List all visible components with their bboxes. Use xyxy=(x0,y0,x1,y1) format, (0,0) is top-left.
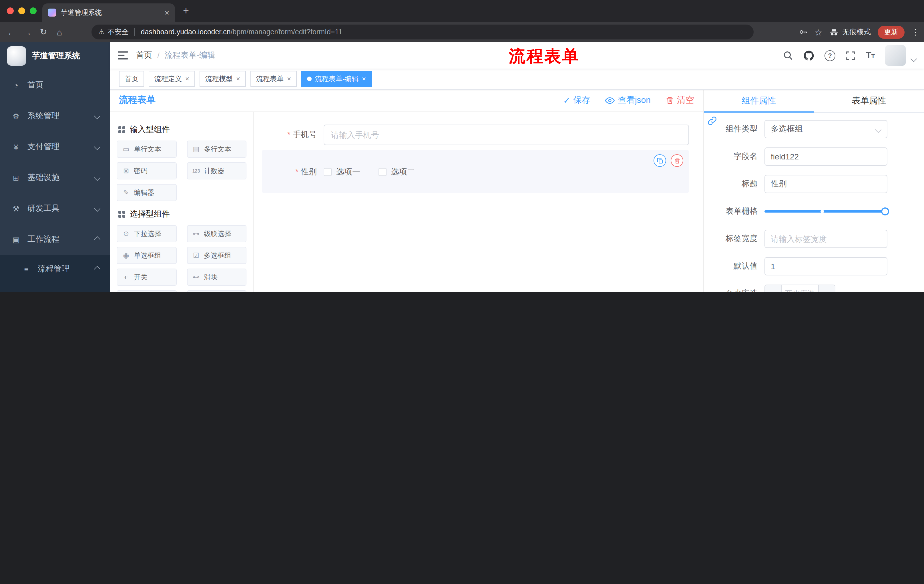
palette-item-switch[interactable]: ◐开关 xyxy=(117,268,177,286)
sidebar-item-infrastructure[interactable]: ⊞ 基础设施 xyxy=(0,162,110,193)
sidebar-item-devtools[interactable]: ⚒ 研发工具 xyxy=(0,193,110,224)
browser-window: + 芋道管理系统 × ← → ↻ ⌂ ⚠ 不安全 dashboard.yudao… xyxy=(0,0,924,292)
sidebar-item-payment[interactable]: ¥ 支付管理 xyxy=(0,132,110,162)
zoom-window-button[interactable] xyxy=(30,7,36,14)
palette-item-select[interactable]: ⊙下拉选择 xyxy=(117,225,177,242)
user-avatar[interactable] xyxy=(885,45,906,66)
browser-tab[interactable]: 芋道管理系统 × xyxy=(42,3,175,22)
back-icon[interactable]: ← xyxy=(3,27,20,37)
form-grid-slider[interactable] xyxy=(764,202,888,220)
close-window-button[interactable] xyxy=(7,7,14,14)
phone-field-row[interactable]: 手机号 xyxy=(262,125,689,145)
collapse-sidebar-button[interactable] xyxy=(110,51,136,60)
sidebar-item-workflow[interactable]: ▣ 工作流程 xyxy=(0,224,110,255)
password-key-icon[interactable] xyxy=(799,28,808,36)
prop-label: 组件类型 xyxy=(710,124,757,134)
minimize-window-button[interactable] xyxy=(18,7,25,14)
font-size-icon[interactable]: TT xyxy=(866,50,875,61)
fullscreen-icon[interactable] xyxy=(846,51,855,60)
red-annotation-text: 流程表单 xyxy=(509,45,580,68)
default-value-input[interactable] xyxy=(764,257,888,275)
increase-button[interactable]: + xyxy=(818,285,835,292)
checkbox-label: 选项一 xyxy=(336,167,360,177)
close-tag-icon[interactable]: × xyxy=(185,75,189,83)
breadcrumb: 首页 / 流程表单-编辑 xyxy=(136,50,215,61)
close-tab-icon[interactable]: × xyxy=(165,8,169,16)
home-icon[interactable]: ⌂ xyxy=(51,27,68,37)
selected-component-gender[interactable]: 性别 选项一 选项二 xyxy=(262,150,689,193)
github-icon[interactable] xyxy=(804,50,814,61)
bookmark-star-icon[interactable]: ☆ xyxy=(815,28,822,36)
palette-item-slider[interactable]: ⊷滑块 xyxy=(187,268,246,286)
component-palette: 输入型组件 ▭单行文本 ▤多行文本 ⊠密码 123计数器 ✎编辑器 选择型组件 … xyxy=(110,112,254,292)
palette-item-label: 下拉选择 xyxy=(134,229,161,239)
save-button[interactable]: ✓ 保存 xyxy=(563,95,591,106)
view-json-label: 查看json xyxy=(618,95,651,106)
tag-process-definition[interactable]: 流程定义 × xyxy=(148,71,195,87)
not-secure-warning-icon: ⚠ xyxy=(98,28,105,36)
new-tab-button[interactable]: + xyxy=(183,6,189,16)
tab-component-props[interactable]: 组件属性 xyxy=(704,89,814,112)
browser-update-button[interactable]: 更新 xyxy=(878,25,904,39)
prop-title-row: 标题 xyxy=(710,175,888,193)
tag-home[interactable]: 首页 xyxy=(119,71,144,87)
close-tag-icon[interactable]: × xyxy=(287,75,291,83)
app-navbar: 首页 / 流程表单-编辑 流程表单 ? TT xyxy=(110,42,924,69)
sidebar-item-label: 流程管理 xyxy=(38,264,70,274)
decrease-button[interactable]: − xyxy=(765,285,782,292)
sidebar-logo[interactable]: 芋道管理系统 xyxy=(0,42,110,70)
slider-handle[interactable] xyxy=(881,207,889,216)
editor-header: 流程表单 ✓ 保存 查看json 清空 xyxy=(110,89,703,112)
palette-group-input: 输入型组件 xyxy=(118,125,246,135)
title-input[interactable] xyxy=(764,175,888,193)
search-icon[interactable] xyxy=(783,50,793,61)
delete-component-button[interactable] xyxy=(671,154,683,167)
close-tag-icon[interactable]: × xyxy=(236,75,240,83)
palette-item-label: 计数器 xyxy=(204,166,224,176)
tag-process-form[interactable]: 流程表单 × xyxy=(251,71,297,87)
copy-component-button[interactable] xyxy=(653,154,666,167)
close-tag-icon[interactable]: × xyxy=(362,75,366,83)
palette-item-single-text[interactable]: ▭单行文本 xyxy=(117,141,177,158)
address-bar[interactable]: ⚠ 不安全 dashboard.yudao.iocoder.cn/bpm/man… xyxy=(91,25,754,39)
palette-item-editor[interactable]: ✎编辑器 xyxy=(117,184,177,201)
palette-item-checkbox-group[interactable]: ☑多选框组 xyxy=(187,247,246,264)
avatar-caret-icon[interactable] xyxy=(911,56,917,62)
palette-item-time-picker[interactable]: ◷时间选择 xyxy=(117,290,177,292)
palette-item-time-range[interactable]: ◶时间范围 xyxy=(187,290,246,292)
tab-form-props[interactable]: 表单属性 xyxy=(814,89,924,112)
browser-menu-icon[interactable]: ⋮ xyxy=(911,28,919,36)
forward-icon[interactable]: → xyxy=(20,27,35,37)
sidebar-item-process-form[interactable]: ▤ 流程表单 xyxy=(0,283,110,292)
sidebar-item-home[interactable]: ◔ 首页 xyxy=(0,70,110,100)
radio-icon: ◉ xyxy=(122,252,130,260)
reload-icon[interactable]: ↻ xyxy=(35,27,51,37)
yen-icon: ¥ xyxy=(12,143,21,151)
field-name-input[interactable] xyxy=(764,147,888,166)
help-icon[interactable]: ? xyxy=(825,50,835,61)
sidebar-item-system[interactable]: ⚙ 系统管理 xyxy=(0,100,110,132)
palette-item-multi-text[interactable]: ▤多行文本 xyxy=(187,141,246,158)
breadcrumb-home[interactable]: 首页 xyxy=(136,50,152,61)
sidebar-item-process-mgmt[interactable]: ≡ 流程管理 xyxy=(0,255,110,283)
clear-button[interactable]: 清空 xyxy=(665,95,694,106)
chevron-down-icon xyxy=(875,127,882,133)
tag-process-model[interactable]: 流程模型 × xyxy=(200,71,246,87)
gender-option2-checkbox[interactable]: 选项二 xyxy=(378,167,415,177)
list-icon: ≡ xyxy=(22,265,31,273)
palette-item-cascader[interactable]: ⊶级联选择 xyxy=(187,225,246,242)
phone-input[interactable] xyxy=(323,125,689,145)
tag-process-form-edit[interactable]: 流程表单-编辑 × xyxy=(301,71,372,87)
prop-label: 字段名 xyxy=(710,151,757,162)
palette-item-radio-group[interactable]: ◉单选框组 xyxy=(117,247,177,264)
component-type-select[interactable]: 多选框组 xyxy=(764,120,888,138)
gender-option1-checkbox[interactable]: 选项一 xyxy=(323,167,360,177)
min-select-value[interactable]: 至少应选 xyxy=(782,285,818,292)
palette-item-counter[interactable]: 123计数器 xyxy=(187,162,246,179)
incognito-icon xyxy=(829,28,839,36)
single-text-icon: ▭ xyxy=(122,145,130,153)
security-label[interactable]: 不安全 xyxy=(107,27,129,37)
palette-item-password[interactable]: ⊠密码 xyxy=(117,162,177,179)
label-width-input[interactable] xyxy=(764,230,888,248)
view-json-button[interactable]: 查看json xyxy=(605,95,651,106)
